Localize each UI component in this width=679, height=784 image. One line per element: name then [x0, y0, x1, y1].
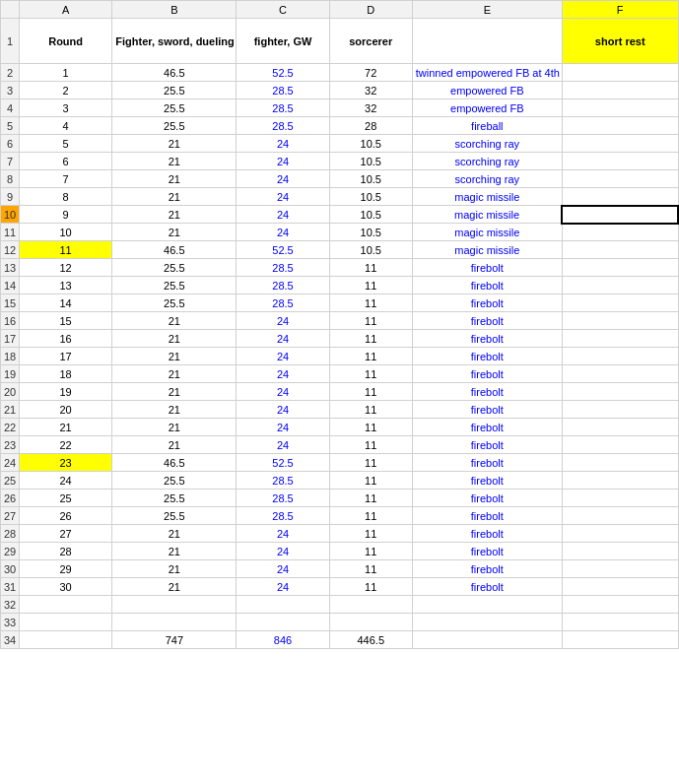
fighter-header: Fighter, sword, dueling	[112, 19, 237, 64]
corner-cell	[1, 1, 20, 19]
data-row: 22 21 21 24 11 firebolt	[1, 419, 679, 436]
data-row: 24 23 46.5 52.5 11 firebolt	[1, 454, 679, 472]
data-row: 23 22 21 24 11 firebolt	[1, 436, 679, 454]
data-row: 18 17 21 24 11 firebolt	[1, 348, 679, 365]
data-row: 19 18 21 24 11 firebolt	[1, 365, 679, 383]
notes-header	[412, 19, 562, 64]
col-a-header[interactable]: A	[19, 1, 111, 19]
data-row: 8 7 21 24 10.5 scorching ray	[1, 170, 679, 188]
data-row: 14 13 25.5 28.5 11 firebolt	[1, 277, 679, 294]
data-row: 20 19 21 24 11 firebolt	[1, 383, 679, 401]
data-row: 28 27 21 24 11 firebolt	[1, 525, 679, 543]
data-row: 21 20 21 24 11 firebolt	[1, 401, 679, 419]
short-rest-input[interactable]	[562, 206, 678, 224]
data-row: 2 1 46.5 52.5 72 twinned empowered FB at…	[1, 64, 679, 82]
data-row: 13 12 25.5 28.5 11 firebolt	[1, 259, 679, 277]
col-e-header[interactable]: E	[412, 1, 562, 19]
col-c-header[interactable]: C	[237, 1, 329, 19]
row-1-num: 1	[1, 19, 20, 64]
data-row: 7 6 21 24 10.5 scorching ray	[1, 153, 679, 170]
data-header-row: 1 Round Fighter, sword, dueling fighter,…	[1, 19, 679, 64]
data-row: 15 14 25.5 28.5 11 firebolt	[1, 294, 679, 312]
data-row: 6 5 21 24 10.5 scorching ray	[1, 135, 679, 153]
col-b-header[interactable]: B	[112, 1, 237, 19]
data-row: 3 2 25.5 28.5 32 empowered FB	[1, 82, 679, 99]
totals-row: 34 747 846 446.5	[1, 631, 679, 649]
col-d-header[interactable]: D	[329, 1, 412, 19]
col-header-row: A B C D E F	[1, 1, 679, 19]
data-row: 12 11 46.5 52.5 10.5 magic missile	[1, 241, 679, 259]
spreadsheet: A B C D E F 1 Round Fighter, sword, duel…	[0, 0, 679, 649]
data-row: 27 26 25.5 28.5 11 firebolt	[1, 507, 679, 525]
data-row: 10 9 21 24 10.5 magic missile	[1, 206, 679, 224]
sorcerer-header: sorcerer	[329, 19, 412, 64]
round-header: Round	[19, 19, 111, 64]
data-row: 26 25 25.5 28.5 11 firebolt	[1, 490, 679, 507]
col-f-header[interactable]: F	[562, 1, 678, 19]
data-row: 9 8 21 24 10.5 magic missile	[1, 188, 679, 206]
data-row: 25 24 25.5 28.5 11 firebolt	[1, 472, 679, 490]
data-row: 4 3 25.5 28.5 32 empowered FB	[1, 99, 679, 117]
fighter-gw-header: fighter, GW	[237, 19, 329, 64]
short-rest-header: short rest	[562, 19, 678, 64]
empty-row: 32	[1, 596, 679, 614]
data-row: 11 10 21 24 10.5 magic missile	[1, 224, 679, 241]
data-row: 31 30 21 24 11 firebolt	[1, 578, 679, 596]
data-row: 30 29 21 24 11 firebolt	[1, 560, 679, 578]
data-row: 16 15 21 24 11 firebolt	[1, 312, 679, 330]
data-row: 17 16 21 24 11 firebolt	[1, 330, 679, 348]
empty-row: 33	[1, 614, 679, 631]
data-row: 29 28 21 24 11 firebolt	[1, 543, 679, 560]
data-row: 5 4 25.5 28.5 28 fireball	[1, 117, 679, 135]
